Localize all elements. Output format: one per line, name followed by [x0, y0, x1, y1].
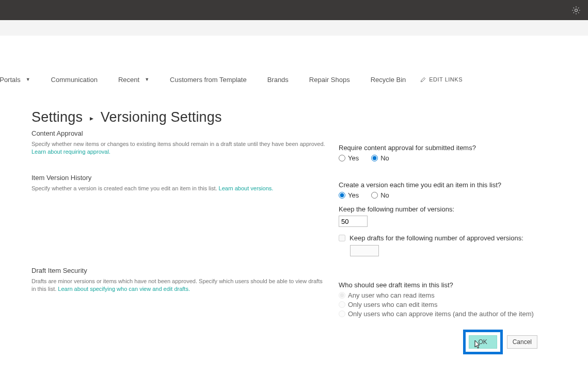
field-label: Require content approval for submitted i…: [339, 144, 568, 152]
section-desc: Specify whether a version is created eac…: [31, 185, 328, 192]
radio-versioning-yes[interactable]: Yes: [339, 191, 359, 199]
radio-input: [339, 301, 345, 308]
keep-drafts-input: [350, 245, 379, 256]
nav-item-recycle-bin[interactable]: Recycle Bin: [371, 76, 406, 84]
breadcrumb-root: Settings: [31, 109, 83, 125]
radio-draft-opt3: Only users who can approve items (and th…: [339, 310, 568, 318]
radio-input[interactable]: [371, 192, 378, 199]
radio-approval-no[interactable]: No: [371, 154, 389, 162]
radio-input: [339, 311, 345, 317]
nav-item-label: Repair Shops: [309, 76, 350, 84]
radio-input: [339, 292, 345, 299]
desc-text: Specify whether a version is created eac…: [31, 185, 219, 191]
nav-item-portals[interactable]: t Portals ▼: [0, 76, 30, 84]
desc-text: Specify whether new items or changes to …: [31, 141, 325, 147]
keep-drafts-row: Keep drafts for the following number of …: [339, 234, 568, 242]
learn-link-versions[interactable]: Learn about versions.: [219, 185, 274, 191]
radio-group-approval: Yes No: [339, 154, 568, 162]
keep-versions-input[interactable]: [339, 216, 368, 227]
keep-drafts-checkbox: [339, 235, 345, 241]
nav-item-label: Brands: [267, 76, 289, 84]
svg-point-0: [575, 9, 578, 11]
edit-links-button[interactable]: EDIT LINKS: [420, 76, 463, 83]
nav-item-label: Recycle Bin: [371, 76, 406, 84]
section-title: Content Approval: [31, 129, 328, 137]
radio-label: Only users who can edit items: [348, 301, 437, 308]
nav-item-recent[interactable]: Recent ▼: [118, 76, 149, 84]
chevron-down-icon: ▼: [26, 77, 30, 82]
nav-item-repair-shops[interactable]: Repair Shops: [309, 76, 350, 84]
keep-versions-label: Keep the following number of versions:: [339, 205, 568, 213]
buttons-row: OK Cancel: [31, 330, 568, 354]
chevron-down-icon: ▼: [145, 77, 149, 82]
radio-draft-approve: Only users who can approve items (and th…: [339, 310, 534, 318]
radio-draft-opt2: Only users who can edit items: [339, 301, 568, 308]
upper-spacer: [0, 36, 588, 72]
section-title: Draft Item Security: [31, 267, 328, 274]
radio-label: No: [380, 191, 389, 199]
nav-item-communication[interactable]: Communication: [51, 76, 98, 84]
breadcrumb-current: Versioning Settings: [101, 109, 222, 125]
field-label: Create a version each time you edit an i…: [339, 181, 568, 189]
highlight-box: OK: [463, 330, 503, 354]
nav-item-label: Customers from Template: [170, 76, 247, 84]
radio-label: Only users who can approve items (and th…: [348, 310, 534, 318]
section-draft-security: Draft Item Security Drafts are minor ver…: [31, 267, 568, 319]
nav-item-label: t Portals: [0, 76, 21, 84]
nav-item-label: Recent: [118, 76, 139, 84]
cancel-button[interactable]: Cancel: [507, 335, 537, 349]
radio-label: Yes: [348, 154, 359, 162]
pencil-icon: [420, 77, 426, 83]
radio-label: No: [380, 154, 389, 162]
page-content: Settings ▸ Versioning Settings Content A…: [31, 109, 568, 354]
suite-bar: [0, 0, 588, 20]
radio-draft-any: Any user who can read items: [339, 291, 435, 299]
nav-item-customers[interactable]: Customers from Template: [170, 76, 247, 84]
radio-draft-edit: Only users who can edit items: [339, 301, 437, 308]
section-title: Item Version History: [31, 174, 328, 182]
gear-icon[interactable]: [571, 6, 581, 15]
section-desc: Specify whether new items or changes to …: [31, 140, 328, 156]
radio-input[interactable]: [371, 155, 378, 161]
section-desc: Drafts are minor versions or items which…: [31, 277, 328, 293]
learn-link-drafts[interactable]: Learn about specifying who can view and …: [58, 286, 190, 292]
radio-group-versioning: Yes No: [339, 191, 568, 199]
section-content-approval: Content Approval Specify whether new ite…: [31, 129, 568, 164]
radio-versioning-no[interactable]: No: [371, 191, 389, 199]
learn-link-approval[interactable]: Learn about requiring approval.: [31, 149, 110, 155]
button-label: OK: [478, 338, 487, 346]
top-nav: t Portals ▼ Communication Recent ▼ Custo…: [0, 72, 588, 87]
page-title: Settings ▸ Versioning Settings: [31, 109, 568, 125]
radio-label: Yes: [348, 191, 359, 199]
radio-approval-yes[interactable]: Yes: [339, 154, 359, 162]
section-version-history: Item Version History Specify whether a v…: [31, 174, 568, 256]
radio-input[interactable]: [339, 155, 345, 161]
radio-label: Any user who can read items: [348, 291, 435, 299]
button-label: Cancel: [513, 338, 532, 346]
ribbon-area: [0, 20, 588, 36]
nav-item-brands[interactable]: Brands: [267, 76, 289, 84]
nav-item-label: Communication: [51, 76, 98, 84]
radio-input[interactable]: [339, 192, 345, 199]
radio-draft-opt1: Any user who can read items: [339, 291, 568, 299]
keep-drafts-label: Keep drafts for the following number of …: [349, 234, 523, 242]
field-label: Who should see draft items in this list?: [339, 281, 568, 289]
breadcrumb-separator-icon: ▸: [90, 114, 93, 122]
edit-links-label: EDIT LINKS: [429, 76, 463, 83]
ok-button[interactable]: OK: [469, 335, 497, 349]
